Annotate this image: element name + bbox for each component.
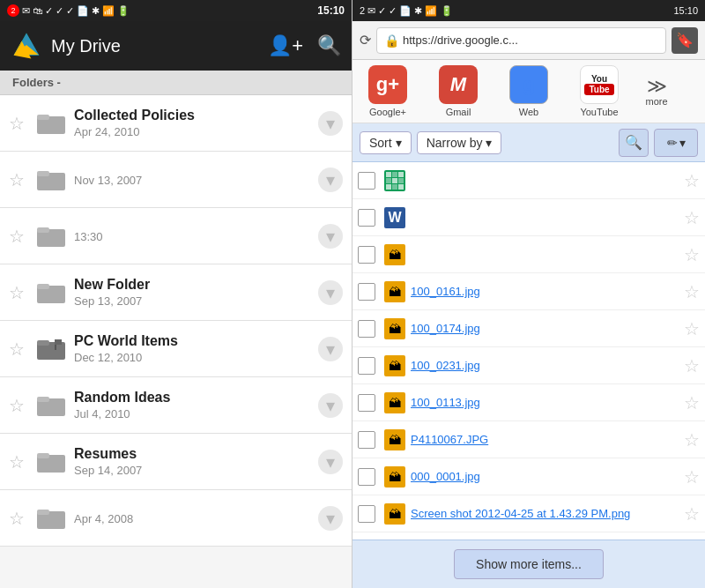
star-icon[interactable]: ☆ — [684, 392, 700, 413]
image-icon: 🏔 — [382, 502, 407, 526]
folder-name: Resumes — [74, 446, 311, 462]
list-item[interactable]: ☆ 13:30 ▾ — [0, 208, 352, 264]
file-checkbox[interactable] — [358, 431, 375, 449]
chevron-down-icon[interactable]: ▾ — [318, 224, 343, 249]
star-icon[interactable]: ☆ — [9, 451, 28, 473]
edit-button[interactable]: ✏ ▾ — [654, 129, 698, 157]
star-icon[interactable]: ☆ — [684, 170, 700, 191]
show-more-button[interactable]: Show more items... — [454, 549, 604, 579]
folder-name: PC World Items — [74, 333, 311, 349]
file-name[interactable]: 100_0161.jpg — [411, 285, 680, 298]
file-name[interactable]: 000_0001.jpg — [411, 470, 680, 483]
star-icon[interactable]: ☆ — [9, 169, 28, 190]
folder-date: Sep 13, 2007 — [74, 294, 311, 308]
star-icon[interactable]: ☆ — [684, 355, 700, 376]
list-item[interactable]: 🏔 100_0113.jpg ☆ — [352, 384, 705, 421]
file-checkbox[interactable] — [358, 468, 375, 486]
folder-name: Collected Policies — [74, 108, 311, 123]
list-item[interactable]: W ☆ — [352, 199, 705, 236]
bookmark-gplus[interactable]: g+ Google+ — [352, 65, 423, 117]
list-item[interactable]: ☆ Nov 13, 2007 ▾ — [0, 152, 352, 208]
chevron-down-icon[interactable]: ▾ — [318, 393, 343, 418]
url-bar[interactable]: 🔒 https://drive.google.c... — [376, 27, 666, 54]
star-icon[interactable]: ☆ — [684, 466, 700, 488]
star-icon[interactable]: ☆ — [684, 429, 700, 450]
file-checkbox[interactable] — [358, 209, 375, 227]
file-checkbox[interactable] — [358, 172, 375, 190]
svg-rect-14 — [37, 284, 49, 289]
time-right: 15:10 — [673, 5, 698, 16]
list-item[interactable]: 🏔 Screen shot 2012-04-25 at 1.43.29 PM.p… — [352, 495, 705, 532]
star-icon[interactable]: ☆ — [9, 226, 28, 247]
file-name[interactable]: Screen shot 2012-04-25 at 1.43.29 PM.png — [411, 507, 680, 521]
chevron-down-icon[interactable]: ▾ — [318, 506, 343, 531]
chevron-down-icon[interactable]: ▾ — [318, 111, 343, 136]
image-icon: 🏔 — [382, 279, 407, 304]
bookmark-youtube-label: YouTube — [580, 107, 618, 117]
bookmark-gmail[interactable]: M Gmail — [423, 65, 494, 117]
narrow-by-button[interactable]: Narrow by ▾ — [417, 131, 502, 154]
list-item[interactable]: 🏔 000_0001.jpg ☆ — [352, 458, 705, 495]
list-item[interactable]: ☆ PC World Items Dec 12, 2010 ▾ — [0, 321, 352, 377]
star-icon[interactable]: ☆ — [684, 318, 700, 339]
file-name[interactable]: 100_0113.jpg — [411, 396, 680, 409]
search-button[interactable]: 🔍 — [619, 129, 649, 157]
folder-icon — [35, 390, 67, 421]
list-item[interactable]: ☆ Resumes Sep 14, 2007 ▾ — [0, 434, 352, 490]
list-item[interactable]: 🏔 100_0174.jpg ☆ — [352, 310, 705, 347]
add-account-icon[interactable]: 👤+ — [268, 34, 303, 57]
file-checkbox[interactable] — [358, 357, 375, 375]
chevron-down-icon[interactable]: ▾ — [318, 450, 343, 474]
folder-icon — [35, 446, 67, 478]
list-item[interactable]: 🏔 P4110067.JPG ☆ — [352, 421, 705, 458]
list-item[interactable]: ☆ Apr 4, 2008 ▾ — [0, 490, 352, 547]
bookmark-youtube[interactable]: You Tube YouTube — [564, 65, 634, 117]
svg-rect-8 — [37, 115, 49, 120]
file-checkbox[interactable] — [358, 283, 375, 301]
app-title: My Drive — [51, 36, 259, 56]
star-icon[interactable]: ☆ — [9, 395, 28, 416]
star-icon[interactable]: ☆ — [9, 508, 28, 529]
file-name[interactable]: 100_0174.jpg — [411, 322, 680, 335]
search-icon[interactable]: 🔍 — [317, 34, 341, 57]
lock-icon: 🔒 — [384, 33, 399, 48]
svg-rect-12 — [37, 227, 49, 233]
bookmark-gweb[interactable]: g Web — [494, 65, 564, 117]
list-item[interactable]: ☆ — [352, 162, 705, 199]
star-icon[interactable]: ☆ — [9, 339, 28, 360]
bookmark-more-button[interactable]: ≫ more — [634, 77, 679, 107]
file-name[interactable]: 100_0231.jpg — [411, 359, 680, 372]
youtube-icon: You Tube — [580, 65, 619, 104]
folder-date: Nov 13, 2007 — [74, 174, 311, 187]
file-checkbox[interactable] — [358, 394, 375, 412]
list-item[interactable]: 🏔 100_0161.jpg ☆ — [352, 273, 705, 310]
list-item[interactable]: ☆ Collected Policies Apr 24, 2010 ▾ — [0, 95, 352, 152]
bookmark-button[interactable]: 🔖 — [672, 27, 698, 54]
star-icon[interactable]: ☆ — [684, 503, 700, 525]
refresh-icon[interactable]: ⟳ — [360, 32, 371, 48]
sheets-icon — [382, 168, 407, 193]
list-item[interactable]: ☆ New Folder Sep 13, 2007 ▾ — [0, 264, 352, 321]
status-bar-right: 2 ✉ ✓ ✓ 📄 ✱ 📶 🔋 15:10 — [352, 0, 705, 21]
folder-icon — [35, 502, 67, 534]
star-icon[interactable]: ☆ — [9, 282, 28, 303]
chevron-down-icon[interactable]: ▾ — [318, 280, 343, 305]
star-icon[interactable]: ☆ — [684, 207, 700, 228]
star-icon[interactable]: ☆ — [684, 244, 700, 265]
chevron-down-icon[interactable]: ▾ — [318, 167, 343, 192]
url-text: https://drive.google.c... — [403, 33, 518, 47]
file-checkbox[interactable] — [358, 320, 375, 338]
folder-name: Random Ideas — [74, 390, 311, 406]
file-name[interactable]: P4110067.JPG — [411, 433, 680, 446]
folder-date: Apr 4, 2008 — [74, 512, 311, 525]
bookmark-gweb-label: Web — [519, 107, 538, 117]
list-item[interactable]: ☆ Random Ideas Jul 4, 2010 ▾ — [0, 377, 352, 434]
sort-button[interactable]: Sort ▾ — [360, 131, 412, 154]
file-checkbox[interactable] — [358, 246, 375, 264]
star-icon[interactable]: ☆ — [9, 113, 28, 134]
file-checkbox[interactable] — [358, 505, 375, 523]
list-item[interactable]: 🏔 100_0231.jpg ☆ — [352, 347, 705, 384]
star-icon[interactable]: ☆ — [684, 281, 700, 302]
chevron-down-icon[interactable]: ▾ — [318, 337, 343, 361]
list-item[interactable]: 🏔 ☆ — [352, 236, 705, 273]
